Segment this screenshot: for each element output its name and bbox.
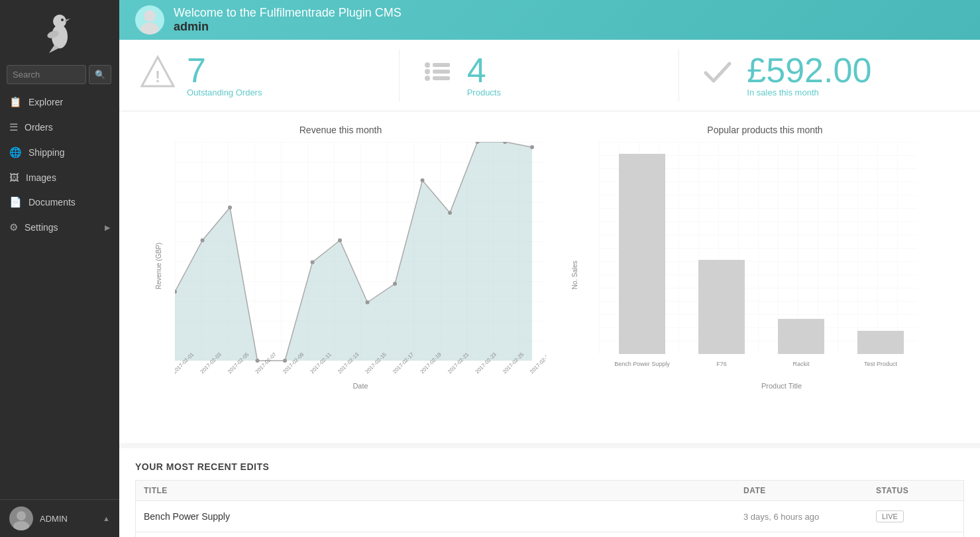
sidebar-item-images[interactable]: 🖼 Images — [0, 165, 119, 190]
bar-f76 — [698, 260, 745, 354]
sidebar-item-orders[interactable]: ☰ Orders — [0, 115, 119, 140]
logo-area — [0, 0, 119, 60]
svg-text:Test Product: Test Product — [864, 361, 898, 367]
documents-icon: 📄 — [9, 196, 22, 208]
main-content: Welcome to the Fulfilmentrade Plugin CMS… — [119, 0, 980, 537]
svg-point-14 — [425, 69, 430, 74]
settings-icon: ⚙ — [9, 221, 18, 233]
col-date: DATE — [743, 486, 876, 495]
svg-point-32 — [228, 206, 232, 209]
svg-text:F76: F76 — [716, 361, 727, 367]
header-title-suffix: admin — [174, 20, 402, 34]
svg-point-37 — [366, 300, 370, 304]
svg-point-16 — [425, 76, 430, 81]
search-area: 🔍 — [0, 60, 119, 90]
charts-area: Revenue this month Revenue (GBP) 400 420… — [119, 111, 980, 443]
checkmark-icon — [700, 54, 735, 96]
stat-sales: £592.00 In sales this month — [679, 49, 959, 101]
outstanding-orders-number: 7 — [187, 53, 262, 88]
sidebar-item-explorer-label: Explorer — [28, 97, 63, 107]
outstanding-orders-label: Outstanding Orders — [187, 88, 262, 97]
header-title: Welcome to the Fulfilmentrade Plugin CMS… — [174, 6, 402, 34]
products-label: Products — [467, 88, 501, 97]
sidebar-item-explorer[interactable]: 📋 Explorer — [0, 90, 119, 115]
svg-point-6 — [17, 511, 26, 520]
table-header: TITLE DATE STATUS — [135, 480, 964, 501]
table-row[interactable]: Bench Power Supply 3 days, 6 hours ago L… — [135, 501, 964, 532]
col-status: STATUS — [876, 486, 955, 495]
revenue-chart-title: Revenue this month — [135, 125, 546, 135]
header-avatar — [135, 5, 164, 34]
svg-text:Rackit: Rackit — [792, 361, 810, 367]
chevron-down-icon: ▲ — [103, 514, 110, 522]
stat-outstanding-orders: ! 7 Outstanding Orders — [140, 49, 399, 101]
svg-point-33 — [256, 359, 260, 363]
images-icon: 🖼 — [9, 172, 19, 183]
svg-text:Bench Power Supply: Bench Power Supply — [614, 361, 670, 367]
sidebar-item-documents[interactable]: 📄 Documents — [0, 190, 119, 215]
svg-point-9 — [140, 23, 159, 34]
sidebar-item-orders-label: Orders — [25, 122, 53, 133]
svg-point-1 — [53, 15, 66, 28]
sidebar-item-shipping-label: Shipping — [28, 147, 65, 158]
chevron-right-icon: ▶ — [105, 223, 110, 232]
svg-text:!: ! — [155, 68, 160, 86]
warning-icon: ! — [140, 54, 175, 96]
popular-chart-title: Popular products this month — [566, 125, 964, 135]
admin-label: ADMIN — [40, 514, 68, 524]
revenue-chart: Revenue this month Revenue (GBP) 400 420… — [135, 125, 546, 430]
svg-rect-13 — [433, 63, 450, 67]
svg-point-36 — [338, 239, 342, 243]
sidebar-item-settings[interactable]: ⚙ Settings ▶ — [0, 215, 119, 240]
svg-point-40 — [448, 211, 452, 215]
bar-rackit — [778, 319, 824, 354]
popular-bar-chart-svg: 0 2 4 6 8 10 12 14 16 18 — [599, 142, 917, 381]
popular-chart: Popular products this month No. Sales 0 … — [566, 125, 964, 430]
sidebar-item-images-label: Images — [26, 172, 56, 183]
sidebar-item-settings-label: Settings — [25, 222, 58, 233]
sales-number: £592.00 — [747, 53, 871, 88]
search-input[interactable] — [7, 65, 86, 84]
recent-edits-section: YOUR MOST RECENT EDITS TITLE DATE STATUS… — [119, 448, 980, 537]
popular-y-axis-label: No. Sales — [571, 261, 578, 289]
status-badge: LIVE — [876, 510, 904, 522]
svg-point-8 — [144, 10, 156, 22]
table-row[interactable]: Rackit 3 days, 6 hours ago LIVE — [135, 532, 964, 537]
search-button[interactable]: 🔍 — [89, 65, 111, 84]
bird-logo-icon — [40, 7, 80, 53]
sidebar-item-documents-label: Documents — [28, 197, 76, 208]
revenue-x-axis-label: Date — [175, 382, 546, 390]
orders-icon: ☰ — [9, 121, 18, 133]
svg-point-12 — [425, 62, 430, 68]
revenue-y-axis-label: Revenue (GBP) — [155, 243, 162, 290]
svg-rect-15 — [433, 70, 450, 74]
svg-point-39 — [421, 178, 425, 182]
products-number: 4 — [467, 53, 501, 88]
header-banner: Welcome to the Fulfilmentrade Plugin CMS… — [119, 0, 980, 40]
stat-products: 4 Products — [399, 49, 679, 101]
svg-point-38 — [393, 282, 397, 286]
popular-x-axis-label: Product Title — [599, 382, 964, 390]
sidebar-item-shipping[interactable]: 🌐 Shipping — [0, 140, 119, 165]
explorer-icon: 📋 — [9, 96, 22, 108]
row1-date: 3 days, 6 hours ago — [743, 512, 876, 522]
svg-point-35 — [311, 261, 315, 265]
bar-bench-power-supply — [619, 154, 665, 354]
svg-point-34 — [283, 359, 287, 363]
svg-point-43 — [530, 145, 534, 149]
admin-section[interactable]: ADMIN ▲ — [0, 499, 119, 537]
svg-point-5 — [61, 19, 64, 21]
shipping-icon: 🌐 — [9, 147, 22, 158]
col-title: TITLE — [144, 486, 743, 495]
sidebar: 🔍 📋 Explorer ☰ Orders 🌐 Shipping 🖼 Image… — [0, 0, 119, 537]
list-icon — [421, 54, 455, 96]
revenue-line-chart-svg: 400 420 440 460 480 500 520 540 560 580 … — [175, 142, 546, 381]
row1-title: Bench Power Supply — [144, 511, 743, 522]
stats-row: ! 7 Outstanding Orders 4 — [119, 40, 980, 111]
avatar — [9, 507, 33, 530]
recent-edits-title: YOUR MOST RECENT EDITS — [135, 461, 964, 472]
bar-test-product — [857, 331, 904, 354]
svg-rect-17 — [433, 76, 450, 80]
header-title-prefix: Welcome to the Fulfilmentrade Plugin CMS — [174, 6, 402, 19]
svg-point-7 — [13, 521, 29, 530]
